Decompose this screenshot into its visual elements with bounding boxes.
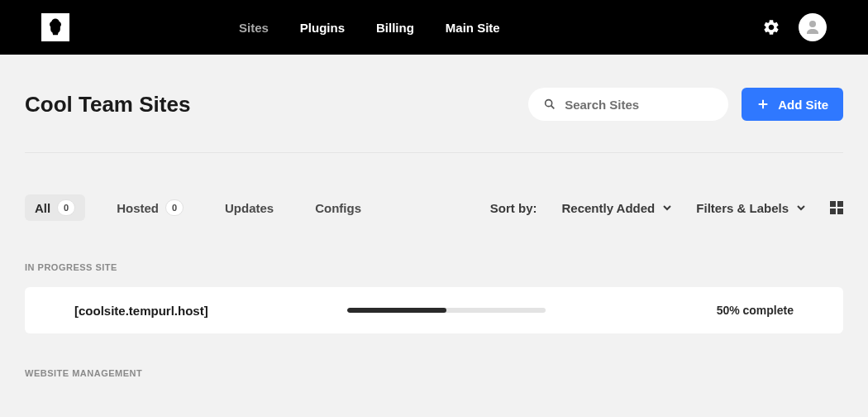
nav-sites[interactable]: Sites (239, 21, 269, 35)
sort-value: Recently Added (561, 201, 655, 215)
svg-rect-8 (837, 208, 843, 214)
divider (25, 152, 843, 153)
tab-configs[interactable]: Configs (305, 196, 371, 220)
site-name: [coolsite.tempurl.host] (74, 304, 347, 318)
tab-all[interactable]: All 0 (25, 194, 85, 221)
plus-icon (756, 98, 770, 111)
grid-view-icon[interactable] (830, 201, 843, 214)
svg-point-0 (809, 21, 816, 27)
nav-main-site[interactable]: Main Site (446, 21, 500, 35)
content: Cool Team Sites Add Site All 0 Hosted 0 (0, 55, 868, 378)
progress-text: 50% complete (717, 304, 794, 317)
topbar: Sites Plugins Billing Main Site (0, 0, 868, 55)
add-site-button[interactable]: Add Site (742, 88, 843, 121)
topbar-right (762, 13, 827, 41)
tab-hosted[interactable]: Hosted 0 (107, 194, 193, 221)
progress-wrap (347, 308, 717, 313)
chevron-down-icon (797, 204, 805, 212)
gear-icon[interactable] (762, 18, 780, 36)
section-label-management: WEBSITE MANAGEMENT (25, 368, 843, 378)
svg-rect-5 (830, 201, 836, 207)
tab-updates[interactable]: Updates (215, 196, 284, 220)
nav-plugins[interactable]: Plugins (300, 21, 345, 35)
tab-badge: 0 (165, 199, 184, 216)
filters-label: Filters & Labels (696, 201, 789, 215)
header-actions: Add Site (528, 88, 843, 121)
add-site-label: Add Site (778, 98, 828, 112)
svg-line-2 (551, 106, 555, 109)
tab-label: Configs (315, 201, 361, 215)
page-title: Cool Team Sites (25, 92, 190, 117)
tab-badge: 0 (57, 199, 75, 216)
avatar[interactable] (799, 13, 827, 41)
progress-fill (347, 308, 446, 313)
svg-rect-7 (830, 208, 836, 214)
chevron-down-icon (663, 204, 671, 212)
search-icon (543, 98, 556, 111)
sort-label: Sort by: (490, 201, 537, 215)
tabs-row: All 0 Hosted 0 Updates Configs Sort by: … (25, 194, 843, 221)
filters-dropdown[interactable]: Filters & Labels (696, 201, 805, 215)
logo[interactable] (41, 13, 69, 41)
site-card[interactable]: [coolsite.tempurl.host] 50% complete (25, 287, 843, 333)
progress-bar (347, 308, 546, 313)
main-nav: Sites Plugins Billing Main Site (239, 21, 500, 35)
tab-label: Hosted (117, 201, 159, 215)
search-input[interactable] (565, 98, 713, 112)
svg-point-1 (546, 100, 552, 107)
sort-dropdown[interactable]: Recently Added (561, 201, 671, 215)
header-row: Cool Team Sites Add Site (25, 88, 843, 121)
tabs-right: Sort by: Recently Added Filters & Labels (490, 201, 843, 215)
tabs: All 0 Hosted 0 Updates Configs (25, 194, 371, 221)
svg-rect-6 (837, 201, 843, 207)
search-box[interactable] (528, 88, 728, 121)
nav-billing[interactable]: Billing (376, 21, 414, 35)
tab-label: All (35, 201, 50, 215)
section-label-in-progress: IN PROGRESS SITE (25, 262, 843, 272)
tab-label: Updates (225, 201, 274, 215)
